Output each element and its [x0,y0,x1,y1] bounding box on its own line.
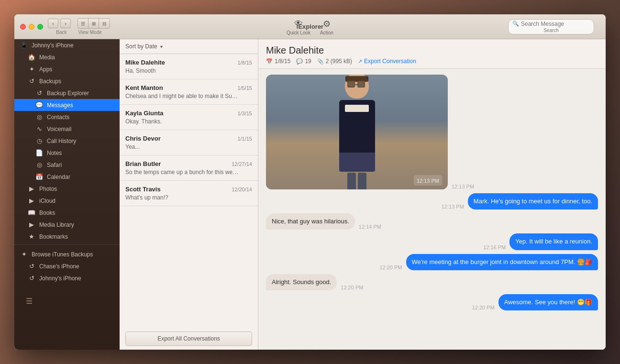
bubble-5: Alright. Sounds good. [266,274,337,290]
action-button[interactable]: ⚙ Action [320,19,333,35]
sidebar-item-safari[interactable]: ◎ Safari [14,159,120,171]
calendar-icon: 📅 [35,173,43,180]
bottom-spacer [266,314,598,319]
sidebar-item-icloud[interactable]: ▶ iCloud [14,195,120,207]
photo-time: 12:13 PM [417,178,439,184]
sidebar-item-bookmarks[interactable]: ★ Bookmarks [14,231,120,243]
sidebar-item-voicemail[interactable]: ∿ Voicemail [14,123,120,135]
message-row-3: 12:16 PM Yep. It will be like a reunion. [266,233,598,250]
date-brian-butler: 12/27/14 [232,161,252,167]
msg-time-1: 12:13 PM [442,204,464,210]
johnnys-iphone-icon: ↺ [28,275,35,282]
eye-icon: 👁 [292,19,305,29]
minimize-button[interactable] [29,24,34,30]
sidebar-label-bookmarks: Bookmarks [39,233,68,240]
sidebar-item-media-library[interactable]: ▶ Media Library [14,219,120,231]
search-input[interactable] [521,21,590,27]
message-list-panel: Sort by Date ▾ Mike Dalehite 1/8/15 Ha. … [120,39,258,350]
backups-icon: ↺ [28,77,35,85]
message-item-header: Scott Travis 12/20/14 [125,186,252,193]
preview-scott-travis: What's up man!? [125,194,240,201]
sidebar-item-backups[interactable]: ↺ Backups [14,75,120,87]
sidebar-label-call-history: Call History [47,138,76,144]
books-icon: 📖 [28,209,35,216]
sidebar-label-media: Media [39,54,55,61]
export-conv-label: Export Conversation [364,58,416,65]
message-item-chris-devor[interactable]: Chris Devor 1/1/15 Yea... [120,130,258,155]
sidebar-item-johnnys-iphone[interactable]: ↺ Johnny's iPhone [14,272,120,284]
preview-chris-devor: Yea... [125,143,240,150]
sidebar-item-messages[interactable]: 💬 Messages [14,99,120,111]
bubble-1: Mark. He's going to meet us for dinner, … [468,193,598,210]
sidebar-label-messages: Messages [47,102,73,109]
action-label: Action [320,30,333,35]
apps-icon: ✦ [28,66,35,73]
sidebar-item-apps[interactable]: ✦ Apps [14,63,120,75]
msg-time-6: 12:20 PM [472,305,495,310]
sidebar-label-voicemail: Voicemail [47,126,71,132]
sender-chris-devor: Chris Devor [125,135,161,142]
close-button[interactable] [20,24,26,30]
message-item-kent-manton[interactable]: Kent Manton 1/5/15 Chelsea and I might b… [120,79,258,105]
icon-view-button[interactable]: ⊟ [99,19,110,28]
sidebar-item-browse-itunes[interactable]: ✦ Browse iTunes Backups [14,247,120,260]
photo-person-head [345,75,369,99]
sidebar-device[interactable]: 📱 Johnny's iPhone [14,39,120,51]
chat-messages: 12:13 PM 12:13 PM 12:13 PM Mark. He's go… [258,69,606,350]
photos-icon: ▶ [28,185,35,192]
sidebar-label-calendar: Calendar [47,174,70,180]
back-label: Back [56,30,66,35]
quick-look-label: Quick Look [287,30,310,35]
chat-date-item: 📅 1/8/15 [266,58,290,65]
quick-look-button[interactable]: 👁 Quick Look [287,19,310,35]
export-all-conversations-button[interactable]: Export All Conversations [125,331,252,346]
sidebar-item-media[interactable]: 🏠 Media [14,51,120,63]
sort-label[interactable]: Sort by Date [125,43,157,50]
maximize-button[interactable] [37,24,43,30]
sidebar-item-call-history[interactable]: ◷ Call History [14,135,120,147]
photo-time-outside: 12:13 PM [452,184,474,189]
forward-button[interactable]: › [60,19,71,28]
message-item-scott-travis[interactable]: Scott Travis 12/20/14 What's up man!? [120,181,258,206]
device-name: Johnny's iPhone [32,42,74,49]
message-item-mike-dalehite[interactable]: Mike Dalehite 1/8/15 Ha. Smooth [120,54,258,79]
message-list-header: Sort by Date ▾ [120,39,258,54]
column-view-button[interactable]: ⊞ [89,19,99,28]
toolbar-center: 👁 Quick Look ⚙ Action [287,14,333,39]
sidebar-item-calendar[interactable]: 📅 Calendar [14,171,120,183]
message-item-kayla-giunta[interactable]: Kayla Giunta 1/3/15 Okay. Thanks. [120,105,258,130]
sidebar-item-contacts[interactable]: ◎ Contacts [14,111,120,123]
sidebar-item-books[interactable]: 📖 Books [14,207,120,219]
sort-chevron-icon[interactable]: ▾ [160,44,163,49]
sidebar-label-safari: Safari [47,162,62,168]
sidebar-item-backup-explorer[interactable]: ↺ Backup Explorer [14,87,120,99]
phone-icon: 📱 [20,42,28,49]
msg-time-4: 12:20 PM [379,265,402,270]
chat-date: 1/8/15 [275,58,290,65]
msg-time-5: 12:20 PM [341,285,363,290]
sender-brian-butler: Brian Butler [125,160,161,167]
view-mode-label: View Mode [78,30,101,35]
list-view-button[interactable]: ☰ [78,19,89,28]
chat-header: Mike Dalehite 📅 1/8/15 💬 19 📎 2 (995 kB) [258,39,606,69]
sidebar-item-chases-iphone[interactable]: ↺ Chase's iPhone [14,260,120,272]
media-library-icon: ▶ [28,221,35,228]
sidebar-item-photos[interactable]: ▶ Photos [14,183,120,195]
backup-explorer-icon: ↺ [35,89,43,97]
back-button[interactable]: ‹ [48,19,58,28]
msg-time-2: 12:14 PM [359,224,381,230]
sender-kent-manton: Kent Manton [125,84,163,91]
chat-messages-count: 19 [305,58,311,65]
sidebar-label-apps: Apps [39,66,52,73]
export-conversation-button[interactable]: ↗ Export Conversation [358,58,416,65]
sidebar-item-notes[interactable]: 📄 Notes [14,147,120,159]
icloud-icon: ▶ [28,197,35,204]
message-item-brian-butler[interactable]: Brian Butler 12/27/14 So the temps came … [120,155,258,181]
browse-itunes-label: Browse iTunes Backups [32,251,93,258]
chat-attachments: 2 (995 kB) [326,58,352,65]
message-row-6: 12:20 PM Awesome. See you there! 😁🎁 [266,294,598,310]
message-item-header: Mike Dalehite 1/8/15 [125,59,252,66]
bubble-2: Nice, that guy was hilarious. [266,213,355,230]
chat-meta: 📅 1/8/15 💬 19 📎 2 (995 kB) ↗ Export Conv… [266,58,598,65]
hamburger-button[interactable]: ☰ [20,293,114,309]
